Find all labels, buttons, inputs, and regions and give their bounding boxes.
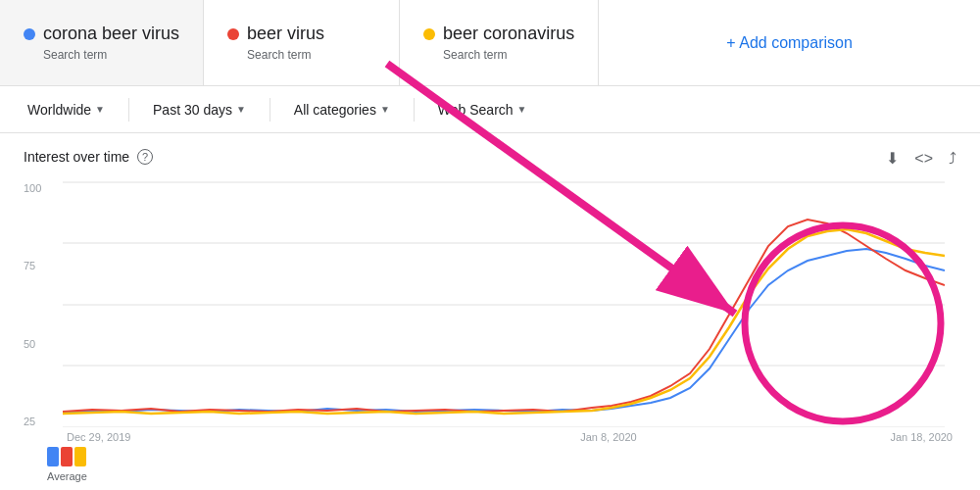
filter-worldwide-label: Worldwide <box>27 102 91 118</box>
embed-icon[interactable]: <> <box>914 150 933 168</box>
avg-bar-red <box>61 447 73 466</box>
tabs-bar: corona beer virus Search term beer virus… <box>0 0 980 86</box>
chart-title-bar: Interest over time ? <box>0 149 980 165</box>
y-label-25: 25 <box>24 416 58 427</box>
y-label-100: 100 <box>24 182 58 194</box>
filter-websearch[interactable]: Web Search ▼ <box>426 96 539 123</box>
chart-title-text: Interest over time <box>24 149 129 165</box>
tab3-sub: Search term <box>423 48 574 62</box>
download-icon[interactable]: ⬇ <box>886 149 899 168</box>
tab3-dot <box>423 28 435 40</box>
chart-section: Interest over time ? ⬇ <> ⤴ 100 75 50 25 <box>0 133 980 482</box>
chart-actions: ⬇ <> ⤴ <box>886 149 956 168</box>
tab-corona-beer-virus[interactable]: corona beer virus Search term <box>0 0 204 85</box>
help-icon[interactable]: ? <box>137 149 153 165</box>
x-label-jan8: Jan 8, 2020 <box>580 431 637 443</box>
tab1-sub: Search term <box>24 48 179 62</box>
y-label-75: 75 <box>24 260 58 271</box>
chevron-down-icon: ▼ <box>95 104 105 115</box>
filter-categories-label: All categories <box>294 102 376 118</box>
x-axis: Dec 29, 2019 Jan 8, 2020 Jan 18, 2020 <box>63 431 956 443</box>
tab-beer-virus[interactable]: beer virus Search term <box>204 0 400 85</box>
chevron-down-icon: ▼ <box>236 104 246 115</box>
chart-svg <box>63 172 945 427</box>
y-label-50: 50 <box>24 338 58 350</box>
add-comparison-button[interactable]: + Add comparison <box>599 0 980 85</box>
avg-label: Average <box>47 470 87 482</box>
avg-bar-blue <box>47 447 59 466</box>
avg-bar-yellow <box>74 447 86 466</box>
filter-categories[interactable]: All categories ▼ <box>282 96 402 123</box>
x-label-jan18: Jan 18, 2020 <box>890 431 953 443</box>
tab3-label: beer coronavirus <box>443 24 574 44</box>
filter-divider-3 <box>414 98 415 122</box>
tab2-sub: Search term <box>227 48 375 62</box>
filter-websearch-label: Web Search <box>438 102 514 118</box>
filter-past30days[interactable]: Past 30 days ▼ <box>141 96 258 123</box>
tab1-label: corona beer virus <box>43 24 179 44</box>
filter-divider-1 <box>128 98 129 122</box>
filter-worldwide[interactable]: Worldwide ▼ <box>16 96 117 123</box>
tab-beer-coronavirus[interactable]: beer coronavirus Search term <box>400 0 599 85</box>
average-section: Average <box>47 447 980 482</box>
chevron-down-icon: ▼ <box>380 104 390 115</box>
add-comparison-label: + Add comparison <box>726 34 853 52</box>
filter-divider-2 <box>270 98 270 122</box>
x-label-dec29: Dec 29, 2019 <box>67 431 130 443</box>
tab2-dot <box>227 28 239 40</box>
filter-bar: Worldwide ▼ Past 30 days ▼ All categorie… <box>0 86 980 133</box>
share-icon[interactable]: ⤴ <box>949 150 956 168</box>
tab1-dot <box>24 28 35 40</box>
tab2-label: beer virus <box>247 24 324 44</box>
chevron-down-icon: ▼ <box>517 104 527 115</box>
filter-past30-label: Past 30 days <box>153 102 232 118</box>
avg-bars <box>47 447 86 466</box>
